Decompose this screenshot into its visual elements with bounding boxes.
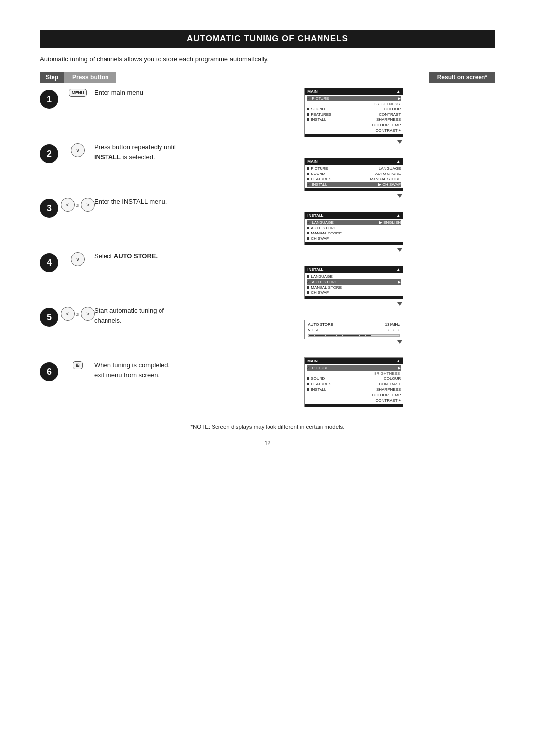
triangle-5: [397, 340, 402, 344]
down-button-icon[interactable]: ∨: [71, 143, 85, 157]
screen-row-install-6: INSTALL SHARPNESS: [307, 387, 401, 392]
seg10: [360, 335, 365, 336]
step-content-6: ⊞ When tuning is completed,exit menu fro…: [65, 360, 294, 380]
step-content-3: < or > Enter the INSTALL menu.: [65, 197, 294, 212]
install-bold: INSTALL: [94, 153, 121, 161]
seg4: [326, 335, 331, 336]
menu-button-icon[interactable]: MENU: [69, 89, 87, 97]
step-icon-5: < or >: [65, 307, 90, 321]
seg1: [309, 335, 314, 336]
step-row-6: 6 ⊞ When tuning is completed,exit menu f…: [40, 360, 294, 400]
screen-row-sound-2: SOUND AUTO STORE: [307, 171, 401, 176]
left-button-icon-2[interactable]: <: [61, 307, 75, 321]
content-area: 1 MENU Enter main menu 2 ∨ Press button …: [40, 88, 495, 418]
screen-body-3: ✓LANGUAGE ▶ ENGLISH AUTO STORE MANUAL ST…: [305, 219, 403, 242]
header-step-label: Step: [40, 72, 64, 83]
progress-bar: [308, 334, 400, 337]
lr-button-pair: < or >: [61, 198, 95, 212]
screen-row-features-6: FEATURES CONTRAST: [307, 381, 401, 387]
screen-footer-2: [305, 188, 403, 191]
screen-title-3: INSTALL: [307, 213, 323, 218]
screen-row-contrast-1: CONTRAST +: [307, 128, 401, 133]
screen-row-auto-3: AUTO STORE: [307, 225, 401, 231]
right-button-icon-2[interactable]: >: [81, 307, 95, 321]
right-button-icon[interactable]: >: [81, 198, 95, 212]
screen-group-4: INSTALL ▲ LANGUAGE ✓AUTO STORE ▶ MANUAL …: [304, 266, 495, 307]
screen-group-2: MAIN ▲ PICTURE LANGUAGE SOUND AUTO STORE: [304, 158, 495, 199]
screen-row-features-2: FEATURES MANUAL STORE: [307, 176, 401, 182]
screen-group-1: MAIN ▲ ✓PICTURE ▶ BRIGHTNESS SOUND COLOU…: [304, 88, 495, 145]
screen-header-3: INSTALL ▲: [305, 212, 403, 219]
screen-footer-1: [305, 134, 403, 137]
screen-row-lang-4: LANGUAGE: [307, 274, 401, 279]
auto-store-row-1: AUTO STORE 139MHz: [308, 322, 400, 327]
screen-body-4: LANGUAGE ✓AUTO STORE ▶ MANUAL STORE CH S…: [305, 273, 403, 296]
page-number: 12: [40, 440, 495, 447]
screen-footer-6: [305, 404, 403, 407]
seg2: [315, 335, 320, 336]
triangle-4: [397, 302, 402, 306]
or-label: or: [76, 202, 80, 208]
intro-text: Automatic tuning of channels allows you …: [40, 56, 495, 63]
screen-row-install-2: ✓INSTALL ▶ CH SWAP: [307, 182, 401, 187]
step-row-2: 2 ∨ Press button repeatedly until INSTAL…: [40, 142, 294, 182]
screen-body-2: PICTURE LANGUAGE SOUND AUTO STORE FEATUR…: [305, 165, 403, 188]
down-indicator-4: [304, 301, 495, 307]
seg7: [343, 335, 348, 336]
screen-row-manual-4: MANUAL STORE: [307, 285, 401, 290]
screen-row-colourtemp-6: COLOUR TEMP: [307, 392, 401, 398]
screen-row-install-1: INSTALL SHARPNESS: [307, 117, 401, 122]
down-button-icon-2[interactable]: ∨: [71, 252, 85, 266]
header-press-label: Press button: [64, 72, 116, 83]
screen-row-chswap-3: CH SWAP: [307, 236, 401, 241]
left-column: 1 MENU Enter main menu 2 ∨ Press button …: [40, 88, 304, 418]
up-arrow-2: ▲: [396, 159, 400, 164]
screen-group-5: AUTO STORE 139MHz VHF-L → → →: [304, 320, 495, 345]
step-icon-6: ⊞: [65, 361, 90, 369]
freq-label: 139MHz: [385, 322, 400, 327]
step-text-3: Enter the INSTALL menu.: [94, 197, 167, 207]
step-row-3: 3 < or > Enter the INSTALL menu.: [40, 197, 294, 236]
screen-display-4: INSTALL ▲ LANGUAGE ✓AUTO STORE ▶ MANUAL …: [304, 266, 403, 299]
screen-header-6: MAIN ▲: [305, 358, 403, 364]
up-arrow-3: ▲: [396, 213, 400, 218]
step-icon-2: ∨: [65, 143, 90, 157]
seg16: [394, 335, 399, 336]
down-indicator-1: [304, 139, 495, 145]
lr-button-pair-2: < or >: [61, 307, 95, 321]
up-arrow-6: ▲: [396, 359, 400, 363]
ok-button-icon[interactable]: ⊞: [73, 361, 83, 369]
down-indicator-3: [304, 247, 495, 253]
seg15: [388, 335, 393, 336]
screen-row-auto-4: ✓AUTO STORE ▶: [307, 279, 401, 285]
screen-row-manual-3: MANUAL STORE: [307, 231, 401, 236]
screen-footer-4: [305, 296, 403, 299]
up-arrow-4: ▲: [396, 267, 400, 272]
step-row-5: 5 < or > Start automatic tuning ofchanne…: [40, 306, 294, 346]
header-row: Step Press button Result on screen*: [40, 72, 495, 83]
screen-group-3: INSTALL ▲ ✓LANGUAGE ▶ ENGLISH AUTO STORE…: [304, 212, 495, 253]
step-text-5: Start automatic tuning ofchannels.: [94, 306, 164, 325]
or-label-2: or: [76, 311, 80, 317]
down-indicator-5: [304, 339, 495, 345]
screen-row-colourtemp-1: COLOUR TEMP: [307, 122, 401, 128]
screen-header-4: INSTALL ▲: [305, 266, 403, 273]
step-row-4: 4 ∨ Select AUTO STORE.: [40, 251, 294, 291]
header-result-label: Result on screen*: [429, 72, 495, 83]
screen-display-1: MAIN ▲ ✓PICTURE ▶ BRIGHTNESS SOUND COLOU…: [304, 88, 403, 137]
vhf-label: VHF-L: [308, 328, 319, 332]
step-number-3: 3: [40, 199, 58, 218]
seg8: [348, 335, 353, 336]
screen-row-sound-1: SOUND COLOUR: [307, 106, 401, 112]
screen-display-2: MAIN ▲ PICTURE LANGUAGE SOUND AUTO STORE: [304, 158, 403, 191]
screen-header-2: MAIN ▲: [305, 158, 403, 165]
screen-header-1: MAIN ▲: [305, 88, 403, 95]
auto-store-label: AUTO STORE: [308, 322, 333, 327]
up-arrow-1: ▲: [396, 89, 400, 94]
right-column: MAIN ▲ ✓PICTURE ▶ BRIGHTNESS SOUND COLOU…: [304, 88, 495, 418]
progress-segments: [308, 335, 399, 336]
screen-row-picture-6: ✓PICTURE ▶: [307, 365, 401, 371]
left-button-icon[interactable]: <: [61, 198, 75, 212]
triangle-3: [397, 248, 402, 252]
seg9: [354, 335, 359, 336]
